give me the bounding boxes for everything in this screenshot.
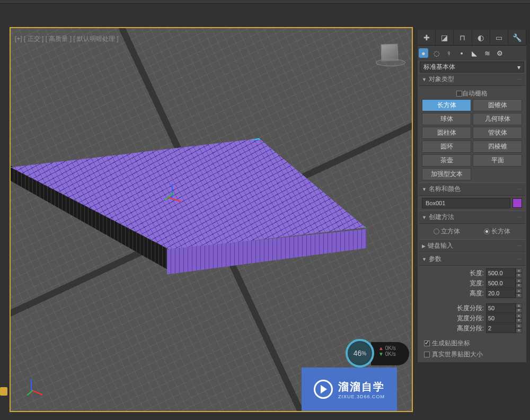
spinner-up-icon[interactable]: ▲ <box>516 288 522 293</box>
btn-cylinder[interactable]: 圆柱体 <box>422 127 471 139</box>
btn-tube[interactable]: 管状体 <box>473 127 522 139</box>
real-world-label: 真实世界贴图大小 <box>432 350 483 359</box>
height-label: 高度: <box>470 289 484 298</box>
axis-z[interactable] <box>172 184 173 198</box>
btn-plane[interactable]: 平面 <box>473 154 522 167</box>
collapse-icon: ▼ <box>422 215 427 220</box>
gen-mapping-label: 生成贴图坐标 <box>432 339 470 348</box>
spinner-up-icon[interactable]: ▲ <box>516 313 522 318</box>
widthseg-spinner[interactable]: ▲▼ <box>486 313 522 323</box>
helpers-icon[interactable]: ◣ <box>470 48 479 58</box>
heightseg-spinner[interactable]: ▲▼ <box>486 323 522 333</box>
tab-hierarchy[interactable]: ⊓ <box>454 30 472 45</box>
spinner-down-icon[interactable]: ▼ <box>516 283 522 288</box>
btn-cone[interactable]: 圆锥体 <box>473 99 522 111</box>
btn-pyramid[interactable]: 四棱锥 <box>473 141 522 153</box>
lights-icon[interactable]: ♀ <box>444 48 454 58</box>
radio-cube[interactable]: 立方体 <box>434 227 460 236</box>
radio-icon <box>434 229 439 234</box>
object-name-input[interactable] <box>422 198 510 208</box>
height-spinner[interactable]: ▲▼ <box>486 288 522 298</box>
viewcube[interactable] <box>376 44 405 74</box>
spinner-down-icon[interactable]: ▼ <box>516 328 522 333</box>
viewport-label[interactable]: [+] [ 正交 ] [ 高质量 ] [ 默认明暗处理 ] <box>15 34 119 43</box>
rollout-head-object-type[interactable]: ▼ 对象类型 ⋯ <box>419 73 525 86</box>
real-world-row: 真实世界贴图大小 <box>422 349 522 360</box>
btn-geosphere[interactable]: 几何球体 <box>473 113 522 125</box>
rollout-name-color: ▼ 名称和颜色 ⋯ <box>419 182 525 211</box>
transform-gizmo[interactable] <box>167 196 178 206</box>
spinner-up-icon[interactable]: ▲ <box>516 268 522 273</box>
lengthseg-spinner[interactable]: ▲▼ <box>486 303 522 313</box>
lengthseg-label: 长度分段: <box>457 304 484 313</box>
tab-create[interactable]: ✚ <box>418 30 436 45</box>
collapse-icon: ▼ <box>422 187 427 192</box>
spinner-down-icon[interactable]: ▼ <box>516 293 522 298</box>
world-axis-gizmo <box>23 379 46 401</box>
radio-box[interactable]: 长方体 <box>484 227 510 236</box>
geometry-icon[interactable]: ● <box>419 48 428 58</box>
length-label: 长度: <box>470 269 484 278</box>
btn-box[interactable]: 长方体 <box>422 99 471 111</box>
spinner-up-icon[interactable]: ▲ <box>516 323 522 328</box>
viewcube-ring[interactable] <box>376 59 405 66</box>
spacewarps-icon[interactable]: ≋ <box>482 48 492 58</box>
tab-utilities[interactable]: 🔧 <box>508 30 526 45</box>
auto-grid-checkbox[interactable] <box>456 91 462 97</box>
viewport[interactable]: [+] [ 正交 ] [ 高质量 ] [ 默认明暗处理 ] ▲ 0K/s ▼ 0… <box>10 27 413 412</box>
dropdown-arrow-icon: ▾ <box>517 64 520 71</box>
spinner-up-icon[interactable]: ▲ <box>516 303 522 308</box>
rollout-head-keyboard[interactable]: ▶ 键盘输入 ⋯ <box>419 239 525 252</box>
rollout-menu-icon[interactable]: ⋯ <box>517 243 522 248</box>
speed-up: 0K/s <box>385 345 396 351</box>
rollout-title: 创建方法 <box>429 213 454 222</box>
menubar <box>0 0 530 4</box>
btn-sphere[interactable]: 球体 <box>422 113 471 125</box>
widthseg-label: 宽度分段: <box>457 314 484 323</box>
object-color-swatch[interactable] <box>513 198 522 208</box>
btn-textplus[interactable]: 加强型文本 <box>422 168 471 180</box>
rollout-title: 键盘输入 <box>428 241 453 250</box>
cameras-icon[interactable]: ▪ <box>457 48 466 58</box>
speed-circle: 46% <box>346 339 374 368</box>
btn-torus[interactable]: 圆环 <box>422 141 471 153</box>
systems-icon[interactable]: ⚙ <box>495 48 505 58</box>
rollout-title: 名称和颜色 <box>429 185 461 194</box>
primitive-buttons: 长方体 圆锥体 球体 几何球体 圆柱体 管状体 圆环 四棱锥 茶壶 平面 加强型… <box>422 99 522 180</box>
btn-teapot[interactable]: 茶壶 <box>422 154 471 167</box>
rollout-menu-icon[interactable]: ⋯ <box>517 257 522 261</box>
watermark: 溜溜自学 ZIXUE.3D66.COM <box>302 368 397 411</box>
gen-mapping-checkbox[interactable] <box>424 340 430 346</box>
box-object[interactable] <box>11 138 366 276</box>
panel-tabs: ✚ ◪ ⊓ ◐ ▭ 🔧 <box>418 30 526 46</box>
rollout-menu-icon[interactable]: ⋯ <box>517 77 522 82</box>
rollout-title: 参数 <box>429 255 441 264</box>
width-spinner[interactable]: ▲▼ <box>486 278 522 288</box>
percent-suffix: % <box>361 351 366 356</box>
down-arrow-icon: ▼ <box>378 351 384 357</box>
length-spinner[interactable]: ▲▼ <box>486 268 522 278</box>
rollout-head-creation-method[interactable]: ▼ 创建方法 ⋯ <box>419 211 525 224</box>
tab-modify[interactable]: ◪ <box>436 30 454 45</box>
world-axis-z <box>31 379 32 391</box>
spinner-down-icon[interactable]: ▼ <box>516 273 522 278</box>
tab-motion[interactable]: ◐ <box>472 30 490 45</box>
command-panel: ✚ ◪ ⊓ ◐ ▭ 🔧 ● ◌ ♀ ▪ ◣ ≋ ⚙ 标准基本体 ▾ ▼ 对象类型… <box>418 30 526 362</box>
rollout-head-name-color[interactable]: ▼ 名称和颜色 ⋯ <box>419 182 525 196</box>
expand-icon: ▶ <box>422 243 426 249</box>
rollout-parameters: ▼ 参数 ⋯ 长度:▲▼ 宽度:▲▼ 高度:▲▼ 长度分段:▲▼ 宽度分段:▲▼… <box>419 252 525 362</box>
speed-bars: ▲ 0K/s ▼ 0K/s <box>371 342 409 365</box>
network-speed-widget: ▲ 0K/s ▼ 0K/s 46% <box>346 339 409 368</box>
real-world-checkbox[interactable] <box>424 352 430 357</box>
rollout-head-parameters[interactable]: ▼ 参数 ⋯ <box>419 252 525 266</box>
tab-display[interactable]: ▭ <box>490 30 508 45</box>
spinner-down-icon[interactable]: ▼ <box>516 308 522 313</box>
auto-grid-row: 自动栅格 <box>422 88 522 99</box>
spinner-up-icon[interactable]: ▲ <box>516 278 522 283</box>
category-dropdown[interactable]: 标准基本体 ▾ <box>420 62 524 73</box>
rollout-menu-icon[interactable]: ⋯ <box>517 187 522 191</box>
shapes-icon[interactable]: ◌ <box>431 48 441 58</box>
spinner-down-icon[interactable]: ▼ <box>516 318 522 323</box>
watermark-title: 溜溜自学 <box>338 380 385 394</box>
rollout-menu-icon[interactable]: ⋯ <box>517 215 522 220</box>
